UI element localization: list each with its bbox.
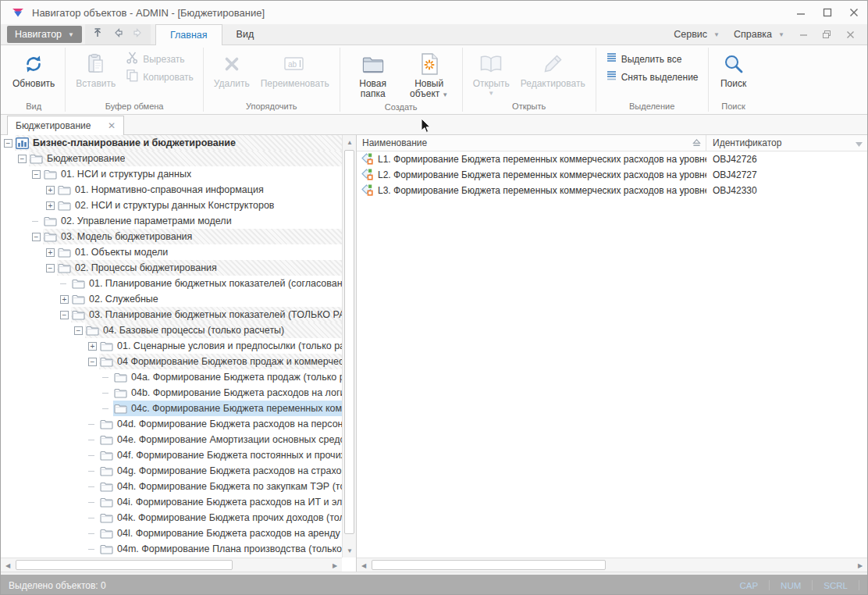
tree-item-body[interactable]: 01. Планирование бюджетных показателей (… [71,276,342,291]
tree-item-body[interactable]: 02. Процессы бюджетирования [57,260,342,276]
paste-button[interactable]: Вставить [70,48,121,91]
edit-button[interactable]: Редактировать [515,48,591,91]
filter-dropdown-icon[interactable] [856,136,863,150]
tree-item-body[interactable]: 04e. Формирование Амортизации основных с… [99,432,342,447]
tree-item-body[interactable]: 01. Нормативно-справочная информация [57,182,342,198]
tree-item[interactable]: −03. Планирование бюджетных показателей … [1,307,342,322]
list-hscroll-thumb[interactable] [372,560,606,570]
tree-item[interactable]: 04f. Формирование Бюджета постоянных и п… [1,447,342,463]
column-header-name[interactable]: Наименование [357,135,706,151]
scroll-right-icon[interactable]: ▶ [329,559,341,572]
tree-item[interactable]: 04d. Формирование Бюджета расходов на пе… [1,416,342,432]
tree-item-body[interactable]: 04i. Формирование Бюджета расходов на ИТ… [99,494,342,510]
collapse-icon[interactable]: − [18,155,27,163]
tree-item[interactable]: 04l. Формирование Бюджета расходов на ар… [1,526,342,541]
collapse-icon[interactable]: − [4,139,12,148]
close-icon[interactable] [841,2,867,23]
expand-icon[interactable]: + [88,342,97,351]
back-icon[interactable] [112,27,124,42]
mdi-minimize-icon[interactable] [794,27,813,42]
tree-item-body[interactable]: 04b. Формирование Бюджета расходов на ло… [113,385,342,401]
tree-item[interactable]: +01. Объекты модели [1,244,342,260]
tree-item-body[interactable]: 04. Базовые процессы (только расчеты) [85,322,342,338]
tree-item-body[interactable]: 02. Управление параметрами модели [43,213,342,229]
tree-item[interactable]: 04g. Формирование Бюджета расходов на ст… [1,463,342,479]
tree-item-body[interactable]: 01. НСИ и структуры данных [43,166,342,182]
tree-item[interactable]: −Бюджетирование [1,151,342,166]
tree-hscroll-thumb[interactable] [16,560,233,570]
tree-item-body[interactable]: 04l. Формирование Бюджета расходов на ар… [99,526,342,541]
tree-item[interactable]: 04i. Формирование Бюджета расходов на ИТ… [1,494,342,510]
open-button[interactable]: Открыть▼ [468,48,515,98]
tree-item[interactable]: 04b. Формирование Бюджета расходов на ло… [1,385,342,401]
tree-item-body[interactable]: Бюджетирование [29,151,342,166]
collapse-icon[interactable]: − [32,233,41,241]
tree-item-body[interactable]: 04d. Формирование Бюджета расходов на пе… [99,416,342,432]
tree-item-body[interactable]: 04m. Формирование Плана производства (то… [99,541,342,557]
new-object-button[interactable]: Новый объект▼ [401,48,457,102]
tree-item-body[interactable]: 04k. Формирование Бюджета прочих доходов… [99,510,342,526]
tree-item-body[interactable]: 04g. Формирование Бюджета расходов на ст… [99,463,342,479]
tree-item[interactable]: −04 Формирование Бюджетов продаж и комме… [1,354,342,369]
new-folder-button[interactable]: Новая папка [345,48,401,101]
cut-button[interactable]: Вырезать [121,51,198,67]
tab-home[interactable]: Главная [155,24,222,45]
go-up-icon[interactable] [91,27,104,42]
scroll-up-icon[interactable]: ▲ [343,136,356,148]
tree-item[interactable]: 02. Управление параметрами модели [1,213,342,229]
rename-button[interactable]: abПереименовать [255,48,335,91]
copy-button[interactable]: Копировать [121,69,198,85]
tree-item-body[interactable]: 01. Сценарные условия и предпосылки (тол… [99,338,342,354]
list-horizontal-scrollbar[interactable]: ◀ ▶ [357,558,867,572]
table-row[interactable]: L1. Формирование Бюджета переменных комм… [357,151,867,167]
maximize-icon[interactable] [814,2,841,23]
tree-item[interactable]: −04. Базовые процессы (только расчеты) [1,322,342,338]
collapse-icon[interactable]: − [46,264,55,273]
select-all-button[interactable]: Выделить все [601,51,703,67]
tree-item[interactable]: 04h. Формирование Бюджета по закупкам ТЭ… [1,479,342,494]
menu-help[interactable]: Справка▼ [729,29,789,40]
menu-service[interactable]: Сервис▼ [669,29,724,40]
tree-item-body[interactable]: 03. Модель бюджетирования [43,229,342,244]
tree-item[interactable]: +02. Служебные [1,291,342,307]
tree-vertical-scrollbar[interactable]: ▲ ▼ [342,135,356,558]
tree-item-body[interactable]: 04f. Формирование Бюджета постоянных и п… [99,447,342,463]
expand-icon[interactable]: + [46,248,55,257]
tree-item[interactable]: 04m. Формирование Плана производства (то… [1,541,342,557]
delete-button[interactable]: Удалить [208,48,255,91]
search-button[interactable]: Поиск [713,48,754,91]
collapse-icon[interactable]: − [32,170,41,179]
tree-item[interactable]: +02. НСИ и структуры данных Конструкторо… [1,198,342,213]
expand-icon[interactable]: + [60,295,69,304]
tree-item[interactable]: 04c. Формирование Бюджета переменных ком… [1,401,342,416]
scroll-right-icon[interactable]: ▶ [854,559,866,572]
tree-item[interactable]: 01. Планирование бюджетных показателей (… [1,276,342,291]
chevron-down-icon[interactable]: ▼ [442,91,448,98]
tree-item[interactable]: +01. Сценарные условия и предпосылки (то… [1,338,342,354]
table-row[interactable]: L3. Формирование Бюджета переменных комм… [357,183,867,198]
document-tab-budgeting[interactable]: Бюджетирование ✕ [7,116,124,135]
tree-item-body[interactable]: 01. Объекты модели [57,244,342,260]
tree-item-body[interactable]: 03. Планирование бюджетных показателей (… [71,307,342,322]
tree-item-body[interactable]: 04 Формирование Бюджетов продаж и коммер… [99,354,342,369]
tree-item-body[interactable]: 04h. Формирование Бюджета по закупкам ТЭ… [99,479,342,494]
collapse-icon[interactable]: − [74,326,83,335]
collapse-icon[interactable]: − [88,358,97,366]
tree-horizontal-scrollbar[interactable]: ◀ ▶ [1,558,342,572]
minimize-icon[interactable] [788,2,814,23]
tree-item[interactable]: −Бизнес-планирование и бюджетирование [1,135,342,151]
deselect-button[interactable]: Снять выделение [601,69,703,85]
tree-item[interactable]: +01. Нормативно-справочная информация [1,182,342,198]
tree-item[interactable]: 04k. Формирование Бюджета прочих доходов… [1,510,342,526]
tab-close-icon[interactable]: ✕ [108,120,116,131]
expand-icon[interactable]: + [46,201,55,210]
tree-item-body[interactable]: 04a. Формирование Бюджета продаж (только… [113,369,342,385]
tree-item-body[interactable]: 02. Служебные [71,291,342,307]
tree-item[interactable]: 04e. Формирование Амортизации основных с… [1,432,342,447]
tree-vscroll-thumb[interactable] [344,150,354,534]
refresh-button[interactable]: Обновить [7,48,60,91]
tree-item-body[interactable]: 02. НСИ и структуры данных Конструкторов [57,198,342,213]
expand-icon[interactable]: + [46,186,55,194]
tree-item[interactable]: −02. Процессы бюджетирования [1,260,342,276]
mdi-close-icon[interactable] [841,27,859,42]
